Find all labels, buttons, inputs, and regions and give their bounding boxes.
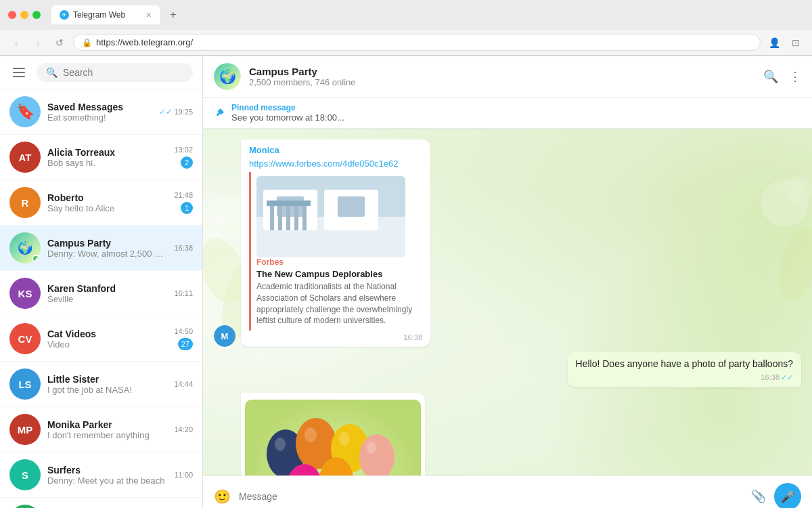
svg-point-37 [304,427,317,442]
list-item[interactable]: 🌍 Campus Party Denny: Wow, almost 2,500 … [0,226,202,271]
read-check-icon: ✓✓ [781,373,793,382]
table-row: Hello! Does anyone have a photo of party… [214,352,801,387]
chat-name: Alicia Torreaux [47,147,167,158]
message-time: 16:38 [249,333,422,341]
minimize-button[interactable] [20,11,28,19]
link-source: Forbes [256,257,417,267]
chat-info: Roberto Say hello to Alice [47,192,167,213]
sidebar: 🔍 🔖 Saved Messages Eat something! ✓✓19:2… [0,56,203,508]
list-item[interactable]: 🔖 Saved Messages Eat something! ✓✓19:25 [0,89,202,135]
avatar: AT [9,142,41,173]
svg-point-36 [275,438,286,451]
chat-preview: Video [47,339,167,350]
chat-time: 14:50 [174,327,193,335]
chat-meta: 11:00 [174,471,193,479]
tab-favicon: ✈ [60,10,69,20]
chat-name: Roberto [47,192,167,203]
check-icon: ✓✓ [159,107,173,117]
chat-header-info: Campus Party 2,500 members, 746 online [249,66,755,87]
telegram-app: 🔍 🔖 Saved Messages Eat something! ✓✓19:2… [0,56,812,508]
svg-rect-17 [270,203,274,230]
menu-button[interactable] [9,63,28,82]
search-icon: 🔍 [46,67,58,78]
close-button[interactable] [8,11,16,19]
browser-tab[interactable]: ✈ Telegram Web × [51,5,160,24]
pinned-text: See you tomorrow at 18:00... [231,112,801,123]
svg-rect-16 [338,196,365,217]
svg-rect-1 [13,72,25,73]
url-text: https://web.telegram.org/ [96,37,193,47]
chat-meta: ✓✓19:25 [159,107,193,117]
emoji-button[interactable]: 🙂 [214,488,231,505]
more-options-button[interactable]: ⋮ [789,69,801,84]
forward-button[interactable]: › [30,35,46,51]
chat-info: Alicia Torreaux Bob says hi. [47,147,167,168]
svg-rect-2 [13,76,25,77]
chat-preview: Denny: Wow, almost 2,500 members! [47,249,167,259]
chat-info: Saved Messages Eat something! [47,102,152,123]
avatar: LS [9,368,41,400]
list-item[interactable]: S Surfers Denny: Meet you at the beach 1… [0,452,202,498]
message-input[interactable] [239,491,743,502]
avatar: 🌍 [9,232,41,263]
chat-name: Karen Stanford [47,283,167,294]
chat-info: Monika Parker I don't remember anything [47,419,167,440]
chat-header-avatar: 🌍 [214,63,241,90]
list-item[interactable]: R Roberto Say hello to Alice 21:48 1 [0,180,202,226]
back-button[interactable]: ‹ [8,35,24,51]
chat-preview: Eat something! [47,112,152,123]
chat-name: Saved Messages [47,102,152,112]
svg-point-39 [367,442,376,454]
chat-meta: 13:02 2 [174,146,193,169]
list-item[interactable]: KS Karen Stanford Seville 16:11 [0,271,202,316]
maximize-button[interactable] [32,11,41,19]
chat-meta: 21:48 1 [174,191,193,214]
search-messages-button[interactable]: 🔍 [763,69,778,84]
chat-time: 16:11 [174,289,193,297]
list-item[interactable]: DA Deveeprasad Acharya typing... 10:34 [0,498,202,508]
avatar: CV [9,323,41,354]
search-bar[interactable]: 🔍 [37,63,193,82]
chat-info: Karen Stanford Seville [47,283,167,304]
search-input[interactable] [63,67,183,78]
chat-main: 🌍 Campus Party 2,500 members, 746 online… [203,56,812,508]
chat-info: Cat Videos Video [47,329,167,350]
tab-title: Telegram Web [73,10,125,20]
link-preview: Forbes The New Campus Deplorables Academ… [249,172,422,331]
list-item[interactable]: LS Little Sister I got the job at NASA! … [0,362,202,407]
chat-preview: Bob says hi. [47,158,167,168]
chat-preview: I don't remember anything [47,430,167,440]
chat-name: Campus Party [249,66,755,77]
browser-titlebar: ✈ Telegram Web × + [0,0,812,30]
chat-meta: 14:44 [174,380,193,388]
chat-time: 21:48 [174,191,193,199]
list-item[interactable]: AT Alicia Torreaux Bob says hi. 13:02 2 [0,135,202,180]
svg-rect-0 [13,68,25,69]
browser-chrome: ✈ Telegram Web × + ‹ › ↺ 🔒 https://web.t… [0,0,812,56]
tab-close-icon[interactable]: × [146,9,152,20]
list-item[interactable]: CV Cat Videos Video 14:50 27 [0,316,202,362]
account-icon[interactable]: 👤 [766,35,782,51]
chat-time: 11:00 [174,471,193,479]
messages-container: M Monica https://www.forbes.com/4dfe050c… [214,140,801,475]
chat-meta: 14:20 [174,425,193,433]
extensions-icon[interactable]: ⊡ [788,35,804,51]
chat-name: Cat Videos [47,329,167,339]
new-tab-button[interactable]: + [165,7,181,23]
svg-rect-18 [278,203,282,230]
chat-header-actions: 🔍 ⋮ [763,69,801,84]
pinned-message-bar[interactable]: Pinned message See you tomorrow at 18:00… [203,98,812,129]
list-item[interactable]: MP Monika Parker I don't remember anythi… [0,407,202,452]
chat-meta: 16:11 [174,289,193,297]
table-row: M Monica https://www.forbes.com/4dfe050c… [214,140,801,347]
message-link[interactable]: https://www.forbes.com/4dfe050c1e62 [249,158,398,169]
link-description: Academic traditionalists at the National… [256,281,417,326]
attach-button[interactable]: 📎 [751,489,766,504]
svg-rect-20 [294,203,298,230]
refresh-button[interactable]: ↺ [51,35,68,51]
avatar: R [9,187,41,218]
address-bar[interactable]: 🔒 https://web.telegram.org/ [73,34,761,51]
chat-time: 14:44 [174,380,193,388]
voice-button[interactable]: 🎤 [774,483,801,508]
chat-time: 13:02 [174,146,193,154]
